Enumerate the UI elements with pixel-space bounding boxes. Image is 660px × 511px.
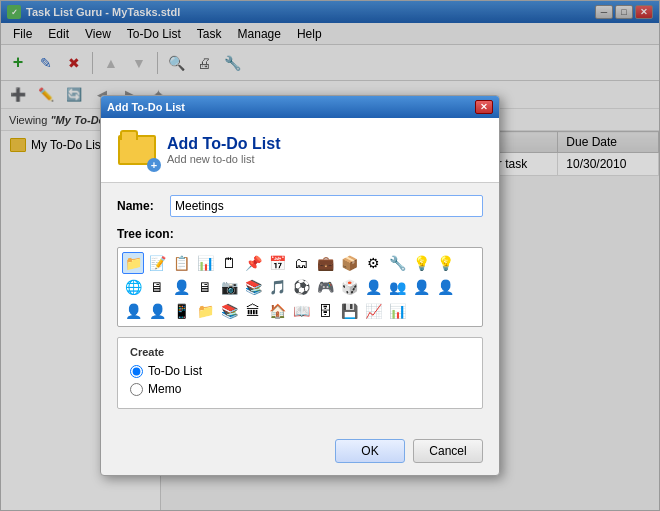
main-window: ✓ Task List Guru - MyTasks.stdl ─ □ ✕ Fi… xyxy=(0,0,660,511)
icon-bank[interactable]: 🏛 xyxy=(242,300,264,322)
ok-button[interactable]: OK xyxy=(335,439,405,463)
tree-icon-section: Tree icon: 📁 📝 📋 📊 🗒 📌 📅 🗂 xyxy=(117,227,483,327)
dialog-title: Add To-Do List xyxy=(107,101,475,113)
tree-icon-label: Tree icon: xyxy=(117,227,483,241)
icon-globe[interactable]: 🌐 xyxy=(122,276,144,298)
create-label: Create xyxy=(130,346,470,358)
icon-folder[interactable]: 📁 xyxy=(122,252,144,274)
icon-user[interactable]: 👤 xyxy=(170,276,192,298)
add-todo-dialog: Add To-Do List ✕ + Add To-Do List Add ne… xyxy=(100,95,500,476)
icon-chart2[interactable]: 📈 xyxy=(362,300,384,322)
icon-book[interactable]: 📖 xyxy=(290,300,312,322)
icon-cabinet[interactable]: 🗄 xyxy=(314,300,336,322)
icon-gear[interactable]: ⚙ xyxy=(362,252,384,274)
icon-person3[interactable]: 👤 xyxy=(434,276,456,298)
icon-grid: 📁 📝 📋 📊 🗒 📌 📅 🗂 💼 📦 ⚙ 🔧 xyxy=(122,252,478,322)
icon-pin[interactable]: 📌 xyxy=(242,252,264,274)
icon-screen[interactable]: 🖥 xyxy=(194,276,216,298)
radio-memo-label: Memo xyxy=(148,382,181,396)
icon-mobile[interactable]: 📱 xyxy=(170,300,192,322)
radio-todo-list: To-Do List xyxy=(130,364,470,378)
dialog-header-icon: + xyxy=(117,130,157,170)
create-section: Create To-Do List Memo xyxy=(117,337,483,409)
icon-wrench[interactable]: 🔧 xyxy=(386,252,408,274)
icon-person1[interactable]: 👤 xyxy=(362,276,384,298)
icon-bulb2[interactable]: 💡 xyxy=(434,252,456,274)
icon-briefcase[interactable]: 💼 xyxy=(314,252,336,274)
modal-overlay: Add To-Do List ✕ + Add To-Do List Add ne… xyxy=(1,1,659,510)
icon-disk[interactable]: 💾 xyxy=(338,300,360,322)
dialog-header-subtitle: Add new to-do list xyxy=(167,153,280,165)
radio-memo-input[interactable] xyxy=(130,383,143,396)
icon-person4[interactable]: 👤 xyxy=(122,300,144,322)
dialog-close-button[interactable]: ✕ xyxy=(475,100,493,114)
icon-files[interactable]: 🗂 xyxy=(290,252,312,274)
icon-memo[interactable]: 🗒 xyxy=(218,252,240,274)
icon-home[interactable]: 🏠 xyxy=(266,300,288,322)
icon-folder2[interactable]: 📁 xyxy=(194,300,216,322)
name-label: Name: xyxy=(117,199,162,213)
dialog-header: + Add To-Do List Add new to-do list xyxy=(101,118,499,183)
dialog-header-info: Add To-Do List Add new to-do list xyxy=(167,135,280,165)
icon-monitor[interactable]: 🖥 xyxy=(146,276,168,298)
icon-grid-container: 📁 📝 📋 📊 🗒 📌 📅 🗂 💼 📦 ⚙ 🔧 xyxy=(117,247,483,327)
icon-chart[interactable]: 📊 xyxy=(194,252,216,274)
icon-bulb1[interactable]: 💡 xyxy=(410,252,432,274)
cancel-button[interactable]: Cancel xyxy=(413,439,483,463)
icon-dice[interactable]: 🎲 xyxy=(338,276,360,298)
icon-soccer[interactable]: ⚽ xyxy=(290,276,312,298)
dialog-titlebar: Add To-Do List ✕ xyxy=(101,96,499,118)
icon-books[interactable]: 📚 xyxy=(242,276,264,298)
icon-bar-chart[interactable]: 📊 xyxy=(386,300,408,322)
icon-person5[interactable]: 👤 xyxy=(146,300,168,322)
radio-todolist-label: To-Do List xyxy=(148,364,202,378)
dialog-footer: OK Cancel xyxy=(101,431,499,475)
icon-person2[interactable]: 👤 xyxy=(410,276,432,298)
icon-group[interactable]: 👥 xyxy=(386,276,408,298)
dialog-header-title: Add To-Do List xyxy=(167,135,280,153)
radio-todolist-input[interactable] xyxy=(130,365,143,378)
icon-game[interactable]: 🎮 xyxy=(314,276,336,298)
icon-box[interactable]: 📦 xyxy=(338,252,360,274)
name-input[interactable] xyxy=(170,195,483,217)
dialog-body: Name: Tree icon: 📁 📝 📋 📊 🗒 xyxy=(101,183,499,431)
radio-memo: Memo xyxy=(130,382,470,396)
icon-music[interactable]: 🎵 xyxy=(266,276,288,298)
icon-camera[interactable]: 📷 xyxy=(218,276,240,298)
icon-list[interactable]: 📋 xyxy=(170,252,192,274)
icon-calendar[interactable]: 📅 xyxy=(266,252,288,274)
icon-books2[interactable]: 📚 xyxy=(218,300,240,322)
folder-plus-icon: + xyxy=(147,158,161,172)
name-form-row: Name: xyxy=(117,195,483,217)
icon-note[interactable]: 📝 xyxy=(146,252,168,274)
